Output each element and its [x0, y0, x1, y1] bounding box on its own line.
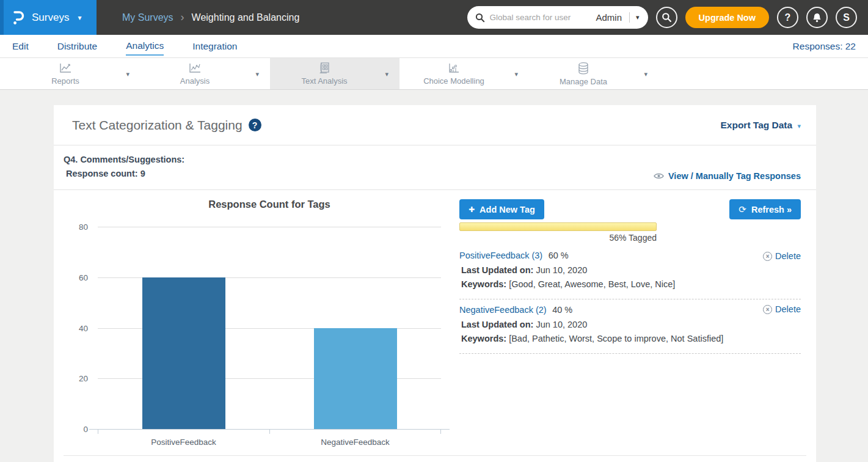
toolbar-tab-analysis[interactable]: Analysis ▾ — [140, 58, 270, 89]
tab-distribute[interactable]: Distribute — [57, 37, 97, 55]
card-content: Response Count for Tags 020406080Positiv… — [54, 190, 816, 429]
x-axis-category-label: PositiveFeedback — [98, 438, 269, 447]
header-search-button[interactable] — [656, 7, 677, 28]
tagged-percent-label: 56% Tagged — [459, 233, 657, 243]
keywords-label: Keywords: — [461, 334, 506, 343]
eye-icon — [654, 172, 664, 180]
updated-value: Jun 10, 2020 — [533, 320, 587, 329]
toolbar-tab-text-analysis[interactable]: Text Analysis ▾ — [270, 58, 399, 89]
line-chart-icon — [58, 62, 73, 75]
response-count-label: Response count: 9 — [64, 167, 184, 181]
help-button[interactable]: ? — [777, 7, 798, 28]
x-axis-tick — [98, 429, 98, 434]
delete-circle-x-icon: × — [763, 252, 772, 261]
header-actions: Admin ▾ Upgrade Now ? S — [467, 6, 868, 29]
gridline — [98, 227, 441, 227]
delete-label: Delete — [775, 304, 801, 314]
question-info-row: Q4. Comments/Suggestions: Response count… — [54, 145, 816, 190]
tagging-progress-bar — [459, 222, 657, 231]
manage-data-caret-icon[interactable]: ▾ — [644, 70, 647, 78]
surveys-product-menu[interactable]: Surveys ▾ — [0, 0, 97, 35]
responses-count: Responses: 22 — [793, 41, 856, 52]
refresh-button[interactable]: ⟳ Refresh » — [729, 199, 801, 219]
questionpro-logo-icon — [11, 10, 26, 26]
delete-tag-button[interactable]: × Delete — [763, 251, 801, 261]
y-axis-tick-label: 60 — [64, 273, 88, 282]
updated-label: Last Updated on: — [461, 320, 533, 329]
toolbar-tab-label: Text Analysis — [301, 76, 347, 86]
bell-icon — [812, 12, 822, 23]
tag-actions-row: ✚ Add New Tag ⟳ Refresh » — [459, 199, 801, 219]
page-body: Text Categorization & Tagging ? Export T… — [0, 90, 868, 462]
tags-panel: ✚ Add New Tag ⟳ Refresh » 56% Tagged — [452, 190, 816, 429]
toolbar-tab-reports[interactable]: Reports ▾ — [11, 58, 140, 89]
tab-edit[interactable]: Edit — [12, 37, 29, 55]
x-axis-tick — [440, 429, 441, 434]
card-header: Text Categorization & Tagging ? Export T… — [54, 105, 816, 145]
keywords-label: Keywords: — [461, 279, 506, 289]
tag-percent: 40 % — [552, 305, 572, 315]
add-new-tag-button[interactable]: ✚ Add New Tag — [459, 199, 544, 219]
analytics-toolbar: Reports ▾ Analysis ▾ — [0, 58, 868, 90]
product-caret-icon: ▾ — [78, 13, 81, 22]
delete-label: Delete — [775, 251, 801, 261]
text-analysis-caret-icon[interactable]: ▾ — [385, 70, 388, 78]
card-bottom-divider — [64, 455, 806, 456]
survey-nav: Edit Distribute Analytics Integration Re… — [0, 35, 868, 58]
toolbar-tab-choice-modelling[interactable]: Choice Modelling ▾ — [399, 58, 529, 89]
breadcrumb: My Surveys › Weighting and Balancing — [122, 11, 299, 24]
tab-analytics[interactable]: Analytics — [126, 37, 164, 56]
reports-caret-icon[interactable]: ▾ — [126, 70, 129, 78]
response-count-chart: Response Count for Tags 020406080Positiv… — [54, 190, 452, 429]
search-scope-caret-icon[interactable]: ▾ — [630, 13, 646, 21]
notifications-button[interactable] — [806, 7, 828, 28]
delete-tag-button[interactable]: × Delete — [763, 304, 801, 314]
keywords-value: [Bad, Pathetic, Worst, Scope to improve,… — [506, 334, 723, 343]
chart-plot-area: 020406080PositiveFeedbackNegativeFeedbac… — [98, 227, 441, 429]
refresh-label: Refresh » — [751, 205, 792, 215]
tag-name-link[interactable]: NegativeFeedback (2) — [459, 305, 547, 315]
title-help-icon[interactable]: ? — [249, 119, 261, 131]
tag-updated-row: Last Updated on: Jun 10, 2020 — [459, 265, 801, 275]
plus-icon: ✚ — [469, 205, 475, 214]
bar-negativefeedback — [314, 328, 397, 430]
tag-percent: 60 % — [549, 251, 569, 260]
global-search: Admin ▾ — [467, 6, 648, 29]
add-new-tag-label: Add New Tag — [480, 205, 535, 215]
breadcrumb-current-survey: Weighting and Balancing — [192, 12, 300, 23]
updated-label: Last Updated on: — [461, 265, 533, 275]
tag-updated-row: Last Updated on: Jun 10, 2020 — [459, 320, 801, 329]
page-title: Text Categorization & Tagging — [72, 118, 243, 133]
x-axis-tick — [269, 429, 270, 434]
scatter-chart-icon — [188, 62, 202, 75]
y-axis-tick-label: 80 — [64, 222, 88, 232]
search-scope-selector[interactable]: Admin — [593, 12, 630, 23]
toolbar-tab-label: Reports — [51, 76, 79, 86]
tag-keywords-row: Keywords: [Good, Great, Awesome, Best, L… — [459, 279, 801, 289]
analysis-caret-icon[interactable]: ▾ — [255, 70, 259, 78]
tab-integration[interactable]: Integration — [192, 37, 237, 55]
question-label: Q4. Comments/Suggestions: — [64, 153, 184, 167]
global-search-input[interactable] — [490, 13, 594, 22]
toolbar-tab-label: Choice Modelling — [423, 76, 484, 86]
tag-name-link[interactable]: PositiveFeedback (3) — [459, 251, 542, 260]
choice-modelling-caret-icon[interactable]: ▾ — [514, 70, 518, 78]
top-header: Surveys ▾ My Surveys › Weighting and Bal… — [0, 0, 868, 35]
text-analysis-book-icon — [318, 62, 331, 75]
toolbar-tab-manage-data[interactable]: Manage Data ▾ — [529, 58, 658, 89]
export-tag-data-label: Export Tag Data — [720, 120, 792, 130]
updated-value: Jun 10, 2020 — [533, 265, 587, 275]
toolbar-tab-label: Manage Data — [560, 77, 607, 86]
y-axis-tick-label: 20 — [64, 374, 88, 383]
upgrade-now-button[interactable]: Upgrade Now — [685, 7, 769, 28]
view-manually-tag-link[interactable]: View / Manually Tag Responses — [654, 171, 801, 181]
keywords-value: [Good, Great, Awesome, Best, Love, Nice] — [506, 279, 675, 289]
view-manually-tag-label: View / Manually Tag Responses — [668, 171, 801, 181]
breadcrumb-my-surveys[interactable]: My Surveys — [122, 12, 173, 23]
y-axis-tick-label: 0 — [64, 425, 88, 434]
user-avatar[interactable]: S — [836, 7, 857, 28]
export-tag-data-link[interactable]: Export Tag Data ▾ — [720, 120, 801, 131]
text-tagging-card: Text Categorization & Tagging ? Export T… — [54, 105, 816, 462]
tagging-progress: 56% Tagged — [459, 222, 657, 243]
question-info: Q4. Comments/Suggestions: Response count… — [64, 153, 184, 181]
